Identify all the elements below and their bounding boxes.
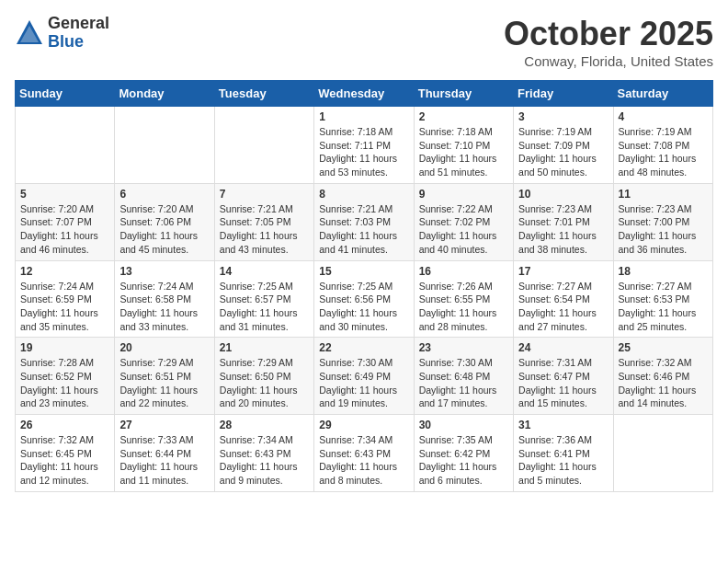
day-info: Sunrise: 7:21 AM Sunset: 7:03 PM Dayligh… xyxy=(319,202,408,257)
title-block: October 2025 Conway, Florida, United Sta… xyxy=(504,15,713,69)
day-number: 3 xyxy=(518,110,608,123)
page-header: General Blue October 2025 Conway, Florid… xyxy=(15,15,713,69)
calendar-cell: 22Sunrise: 7:30 AM Sunset: 6:49 PM Dayli… xyxy=(314,338,414,415)
calendar-cell: 31Sunrise: 7:36 AM Sunset: 6:41 PM Dayli… xyxy=(514,415,613,492)
day-number: 28 xyxy=(220,419,309,431)
day-number: 23 xyxy=(419,341,508,354)
header-day-friday: Friday xyxy=(514,81,613,107)
day-number: 19 xyxy=(20,341,109,354)
day-info: Sunrise: 7:29 AM Sunset: 6:51 PM Dayligh… xyxy=(119,356,209,410)
day-number: 26 xyxy=(20,419,109,431)
header-day-wednesday: Wednesday xyxy=(314,81,414,107)
logo-blue: Blue xyxy=(48,33,109,52)
calendar-cell: 18Sunrise: 7:27 AM Sunset: 6:53 PM Dayli… xyxy=(613,260,712,338)
day-info: Sunrise: 7:28 AM Sunset: 6:52 PM Dayligh… xyxy=(20,356,109,410)
day-number: 1 xyxy=(319,110,408,123)
day-info: Sunrise: 7:31 AM Sunset: 6:47 PM Dayligh… xyxy=(518,356,608,410)
calendar-body: 1Sunrise: 7:18 AM Sunset: 7:11 PM Daylig… xyxy=(16,107,713,492)
calendar-cell: 10Sunrise: 7:23 AM Sunset: 7:01 PM Dayli… xyxy=(514,183,613,260)
calendar-cell: 1Sunrise: 7:18 AM Sunset: 7:11 PM Daylig… xyxy=(314,107,414,184)
header-day-thursday: Thursday xyxy=(414,81,513,107)
day-number: 7 xyxy=(220,188,309,201)
day-info: Sunrise: 7:35 AM Sunset: 6:42 PM Dayligh… xyxy=(419,433,508,488)
day-info: Sunrise: 7:26 AM Sunset: 6:55 PM Dayligh… xyxy=(419,280,508,334)
day-info: Sunrise: 7:18 AM Sunset: 7:11 PM Dayligh… xyxy=(319,125,408,179)
header-day-saturday: Saturday xyxy=(613,81,712,107)
header-day-sunday: Sunday xyxy=(16,81,115,107)
day-number: 17 xyxy=(518,265,608,278)
calendar-week-4: 26Sunrise: 7:32 AM Sunset: 6:45 PM Dayli… xyxy=(16,415,713,492)
calendar-cell: 5Sunrise: 7:20 AM Sunset: 7:07 PM Daylig… xyxy=(16,183,115,260)
calendar-cell: 2Sunrise: 7:18 AM Sunset: 7:10 PM Daylig… xyxy=(414,107,513,184)
day-info: Sunrise: 7:25 AM Sunset: 6:56 PM Dayligh… xyxy=(319,280,408,334)
day-info: Sunrise: 7:25 AM Sunset: 6:57 PM Dayligh… xyxy=(220,280,309,334)
calendar-cell: 11Sunrise: 7:23 AM Sunset: 7:00 PM Dayli… xyxy=(613,183,712,260)
calendar-cell xyxy=(613,415,712,492)
day-info: Sunrise: 7:20 AM Sunset: 7:06 PM Dayligh… xyxy=(119,202,209,257)
day-info: Sunrise: 7:19 AM Sunset: 7:08 PM Dayligh… xyxy=(619,125,708,179)
day-number: 6 xyxy=(119,188,209,201)
day-number: 2 xyxy=(419,110,508,123)
day-number: 10 xyxy=(518,188,608,201)
calendar-week-2: 12Sunrise: 7:24 AM Sunset: 6:59 PM Dayli… xyxy=(16,260,713,338)
calendar-cell: 24Sunrise: 7:31 AM Sunset: 6:47 PM Dayli… xyxy=(514,338,613,415)
calendar-cell: 16Sunrise: 7:26 AM Sunset: 6:55 PM Dayli… xyxy=(414,260,513,338)
day-number: 21 xyxy=(220,341,309,354)
day-info: Sunrise: 7:30 AM Sunset: 6:49 PM Dayligh… xyxy=(319,356,408,410)
day-info: Sunrise: 7:22 AM Sunset: 7:02 PM Dayligh… xyxy=(419,202,508,257)
calendar-cell: 3Sunrise: 7:19 AM Sunset: 7:09 PM Daylig… xyxy=(514,107,613,184)
calendar-cell: 26Sunrise: 7:32 AM Sunset: 6:45 PM Dayli… xyxy=(16,415,115,492)
day-number: 25 xyxy=(619,341,708,354)
calendar-cell: 9Sunrise: 7:22 AM Sunset: 7:02 PM Daylig… xyxy=(414,183,513,260)
location: Conway, Florida, United States xyxy=(504,53,713,69)
calendar-table: SundayMondayTuesdayWednesdayThursdayFrid… xyxy=(15,80,713,492)
day-number: 30 xyxy=(419,419,508,431)
calendar-cell: 21Sunrise: 7:29 AM Sunset: 6:50 PM Dayli… xyxy=(214,338,313,415)
day-number: 20 xyxy=(119,341,209,354)
day-info: Sunrise: 7:32 AM Sunset: 6:46 PM Dayligh… xyxy=(619,356,708,410)
calendar-cell: 4Sunrise: 7:19 AM Sunset: 7:08 PM Daylig… xyxy=(613,107,712,184)
day-number: 5 xyxy=(20,188,109,201)
calendar-cell: 20Sunrise: 7:29 AM Sunset: 6:51 PM Dayli… xyxy=(115,338,214,415)
calendar-cell: 30Sunrise: 7:35 AM Sunset: 6:42 PM Dayli… xyxy=(414,415,513,492)
day-info: Sunrise: 7:30 AM Sunset: 6:48 PM Dayligh… xyxy=(419,356,508,410)
day-info: Sunrise: 7:19 AM Sunset: 7:09 PM Dayligh… xyxy=(518,125,608,179)
day-info: Sunrise: 7:24 AM Sunset: 6:59 PM Dayligh… xyxy=(20,280,109,334)
calendar-cell: 19Sunrise: 7:28 AM Sunset: 6:52 PM Dayli… xyxy=(16,338,115,415)
day-number: 11 xyxy=(619,188,708,201)
calendar-cell: 28Sunrise: 7:34 AM Sunset: 6:43 PM Dayli… xyxy=(214,415,313,492)
day-number: 8 xyxy=(319,188,408,201)
calendar-header: SundayMondayTuesdayWednesdayThursdayFrid… xyxy=(16,81,713,107)
day-info: Sunrise: 7:27 AM Sunset: 6:54 PM Dayligh… xyxy=(518,280,608,334)
logo: General Blue xyxy=(15,15,109,52)
calendar-week-3: 19Sunrise: 7:28 AM Sunset: 6:52 PM Dayli… xyxy=(16,338,713,415)
calendar-cell: 7Sunrise: 7:21 AM Sunset: 7:05 PM Daylig… xyxy=(214,183,313,260)
calendar-cell: 29Sunrise: 7:34 AM Sunset: 6:43 PM Dayli… xyxy=(314,415,414,492)
calendar-cell: 8Sunrise: 7:21 AM Sunset: 7:03 PM Daylig… xyxy=(314,183,414,260)
calendar-cell: 15Sunrise: 7:25 AM Sunset: 6:56 PM Dayli… xyxy=(314,260,414,338)
day-info: Sunrise: 7:34 AM Sunset: 6:43 PM Dayligh… xyxy=(220,433,309,488)
day-info: Sunrise: 7:32 AM Sunset: 6:45 PM Dayligh… xyxy=(20,433,109,488)
day-info: Sunrise: 7:29 AM Sunset: 6:50 PM Dayligh… xyxy=(220,356,309,410)
day-info: Sunrise: 7:33 AM Sunset: 6:44 PM Dayligh… xyxy=(119,433,209,488)
day-number: 12 xyxy=(20,265,109,278)
day-info: Sunrise: 7:27 AM Sunset: 6:53 PM Dayligh… xyxy=(619,280,708,334)
day-number: 15 xyxy=(319,265,408,278)
month-title: October 2025 xyxy=(504,15,713,53)
day-number: 14 xyxy=(220,265,309,278)
day-info: Sunrise: 7:23 AM Sunset: 7:00 PM Dayligh… xyxy=(619,202,708,257)
calendar-cell: 12Sunrise: 7:24 AM Sunset: 6:59 PM Dayli… xyxy=(16,260,115,338)
calendar-cell: 13Sunrise: 7:24 AM Sunset: 6:58 PM Dayli… xyxy=(115,260,214,338)
day-number: 13 xyxy=(119,265,209,278)
header-day-monday: Monday xyxy=(115,81,214,107)
calendar-week-1: 5Sunrise: 7:20 AM Sunset: 7:07 PM Daylig… xyxy=(16,183,713,260)
calendar-cell xyxy=(16,107,115,184)
header-day-tuesday: Tuesday xyxy=(214,81,313,107)
calendar-cell: 6Sunrise: 7:20 AM Sunset: 7:06 PM Daylig… xyxy=(115,183,214,260)
calendar-cell xyxy=(214,107,313,184)
calendar-cell: 25Sunrise: 7:32 AM Sunset: 6:46 PM Dayli… xyxy=(613,338,712,415)
day-number: 27 xyxy=(119,419,209,431)
day-number: 18 xyxy=(619,265,708,278)
logo-text: General Blue xyxy=(48,15,109,52)
calendar-cell: 14Sunrise: 7:25 AM Sunset: 6:57 PM Dayli… xyxy=(214,260,313,338)
